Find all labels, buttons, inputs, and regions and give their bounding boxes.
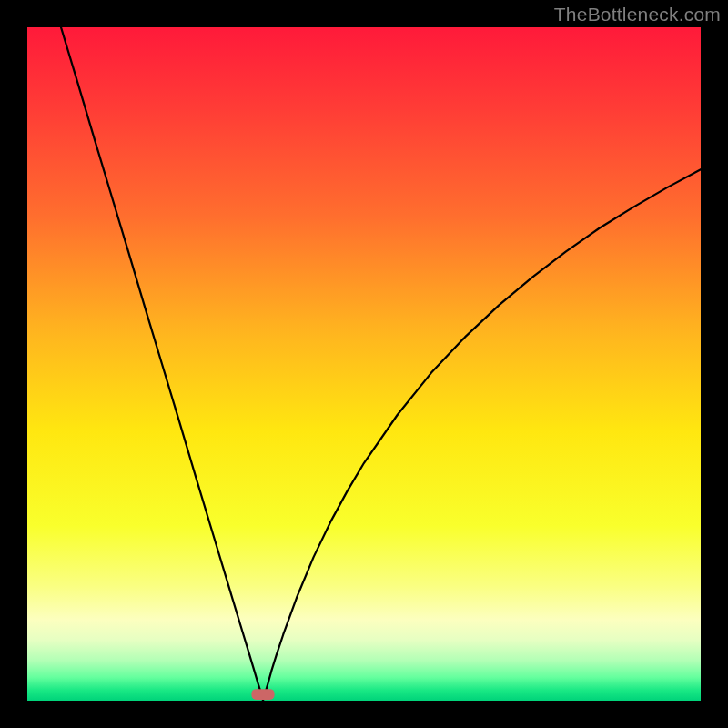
watermark: TheBottleneck.com [554, 4, 721, 25]
chart-outer: TheBottleneck.com [0, 0, 728, 728]
bottleneck-chart-svg [27, 27, 701, 701]
gradient-background [27, 27, 701, 701]
optimal-marker [251, 689, 274, 700]
plot-area [27, 27, 701, 701]
